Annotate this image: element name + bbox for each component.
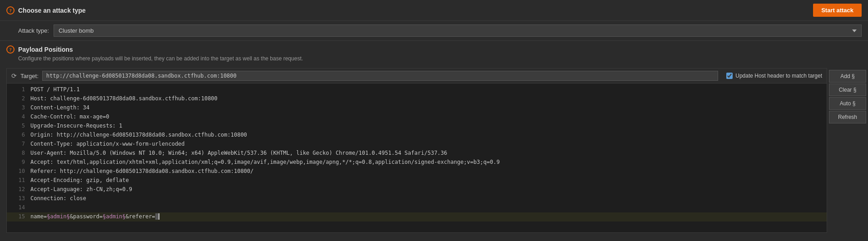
- line-content-4: Cache-Control: max-age=0: [30, 113, 109, 122]
- clear-section-button[interactable]: Clear §: [829, 84, 866, 96]
- code-line-15: 15 name=§admin§&password=§admin§&referer…: [7, 212, 827, 221]
- line-num-7: 7: [11, 140, 25, 149]
- code-line-7: 7 Content-Type: application/x-www-form-u…: [7, 140, 827, 149]
- code-line-3: 3 Content-Length: 34: [7, 103, 827, 113]
- line-num-10: 10: [11, 167, 25, 176]
- target-bar: ⟳ Target: Update Host header to match ta…: [7, 69, 827, 84]
- line-num-1: 1: [11, 85, 25, 94]
- update-host-label[interactable]: Update Host header to match target: [726, 73, 822, 79]
- page-title: Choose an attack type: [18, 7, 86, 14]
- cursor: [155, 213, 159, 220]
- line-num-14: 14: [11, 203, 25, 212]
- line-num-6: 6: [11, 131, 25, 140]
- line-num-3: 3: [11, 103, 25, 113]
- line-content-10: Referer: http://challenge-6d08501378d8da…: [30, 167, 253, 176]
- code-line-1: 1 POST / HTTP/1.1: [7, 85, 827, 94]
- code-line-13: 13 Connection: close: [7, 194, 827, 203]
- code-line-8: 8 User-Agent: Mozilla/5.0 (Windows NT 10…: [7, 149, 827, 158]
- line-num-12: 12: [11, 185, 25, 194]
- line-content-1: POST / HTTP/1.1: [30, 85, 79, 94]
- line-num-11: 11: [11, 176, 25, 185]
- top-bar: ? Choose an attack type Start attack: [0, 0, 868, 21]
- line-content-13: Connection: close: [30, 194, 86, 203]
- add-section-button[interactable]: Add §: [829, 70, 866, 83]
- line-content-8: User-Agent: Mozilla/5.0 (Windows NT 10.0…: [30, 149, 447, 158]
- line-content-15: name=§admin§&password=§admin§&referer=: [30, 212, 159, 221]
- code-line-4: 4 Cache-Control: max-age=0: [7, 113, 827, 122]
- code-line-10: 10 Referer: http://challenge-6d08501378d…: [7, 167, 827, 176]
- refresh-button[interactable]: Refresh: [829, 111, 866, 123]
- code-line-14: 14: [7, 203, 827, 212]
- code-area[interactable]: 1 POST / HTTP/1.1 2 Host: challenge-6d08…: [7, 84, 827, 232]
- payload-positions-section: ? Payload Positions Configure the positi…: [0, 41, 868, 68]
- code-line-6: 6 Origin: http://challenge-6d08501378d8d…: [7, 131, 827, 140]
- request-wrapper: ⟳ Target: Update Host header to match ta…: [0, 68, 868, 233]
- line-num-4: 4: [11, 113, 25, 122]
- line-content-12: Accept-Language: zh-CN,zh;q=0.9: [30, 185, 132, 194]
- start-attack-button[interactable]: Start attack: [813, 4, 862, 17]
- help-icon[interactable]: ?: [6, 6, 15, 15]
- line-content-3: Content-Length: 34: [30, 103, 89, 113]
- line-num-9: 9: [11, 158, 25, 167]
- request-panel: ⟳ Target: Update Host header to match ta…: [6, 68, 827, 233]
- highlight-admin1: admin: [50, 213, 66, 220]
- attack-type-select[interactable]: SniperBattering ramPitchforkCluster bomb: [54, 25, 862, 37]
- top-bar-left: ? Choose an attack type: [6, 6, 86, 15]
- target-label: Target:: [20, 73, 39, 79]
- attack-type-row: Attack type: SniperBattering ramPitchfor…: [0, 21, 868, 41]
- target-icon: ⟳: [11, 72, 17, 79]
- line-content-11: Accept-Encoding: gzip, deflate: [30, 176, 129, 185]
- highlight-2: §: [66, 213, 69, 220]
- payload-positions-desc: Configure the positions where payloads w…: [18, 55, 862, 62]
- code-line-9: 9 Accept: text/html,application/xhtml+xm…: [7, 158, 827, 167]
- update-host-checkbox[interactable]: [726, 73, 733, 79]
- code-line-5: 5 Upgrade-Insecure-Requests: 1: [7, 122, 827, 131]
- line-num-5: 5: [11, 122, 25, 131]
- line-content-2: Host: challenge-6d08501378d8da08.sandbox…: [30, 94, 218, 103]
- line-num-15: 15: [11, 212, 25, 221]
- highlight-4: §: [122, 213, 125, 220]
- last-line: [7, 221, 827, 231]
- payload-positions-header: ? Payload Positions: [6, 45, 862, 54]
- payload-positions-title: Payload Positions: [18, 46, 73, 53]
- update-host-text: Update Host header to match target: [735, 73, 822, 79]
- line-num-8: 8: [11, 149, 25, 158]
- code-line-11: 11 Accept-Encoding: gzip, deflate: [7, 176, 827, 185]
- auto-section-button[interactable]: Auto §: [829, 97, 866, 110]
- line-num-2: 2: [11, 94, 25, 103]
- line-content-9: Accept: text/html,application/xhtml+xml,…: [30, 158, 500, 167]
- target-input[interactable]: [42, 71, 718, 81]
- highlight-admin2: admin: [106, 213, 122, 220]
- attack-type-label: Attack type:: [18, 27, 49, 34]
- side-buttons: Add § Clear § Auto § Refresh: [827, 68, 868, 233]
- line-content-6: Origin: http://challenge-6d08501378d8da0…: [30, 131, 247, 140]
- line-num-13: 13: [11, 194, 25, 203]
- line-content-5: Upgrade-Insecure-Requests: 1: [30, 122, 122, 131]
- line-content-7: Content-Type: application/x-www-form-url…: [30, 140, 185, 149]
- code-line-2: 2 Host: challenge-6d08501378d8da08.sandb…: [7, 94, 827, 103]
- code-line-12: 12 Accept-Language: zh-CN,zh;q=0.9: [7, 185, 827, 194]
- payload-positions-help-icon[interactable]: ?: [6, 45, 15, 54]
